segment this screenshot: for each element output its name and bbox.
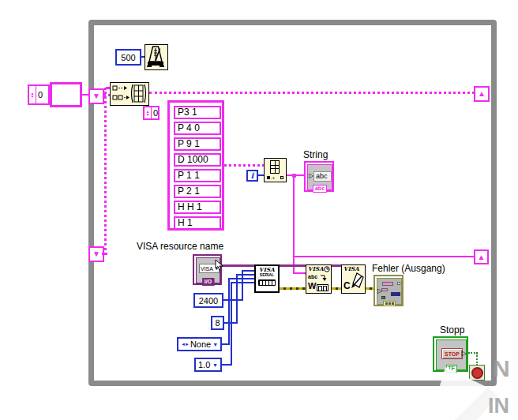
tunnel-down-icon: ▼ — [92, 250, 100, 258]
visa-serial-subtitle: SERIAL — [260, 272, 274, 277]
visa-close-node[interactable]: VISA C — [341, 264, 366, 294]
visa-resource-label: VISA resource name — [137, 241, 223, 252]
wire-parity-in — [228, 278, 254, 279]
index-spinner-icon[interactable]: ▲▼ — [145, 107, 152, 118]
wire-baud-in — [242, 270, 254, 272]
wire-stopbits-in — [231, 282, 254, 283]
wire-visa-3 — [332, 264, 341, 267]
index-spinner-icon[interactable]: ▲▼ — [29, 86, 36, 103]
visa-resource-value: VISA — [201, 266, 213, 272]
array-element[interactable]: P 1 1 — [174, 169, 221, 182]
string-indicator-label: String — [303, 149, 328, 160]
wire-visa-2 — [280, 264, 306, 267]
wire-string-to-write — [295, 272, 306, 274]
iteration-terminal[interactable]: i — [246, 170, 258, 182]
stop-bits-ring-constant[interactable]: 1.0 ▼ — [194, 358, 222, 372]
wire-sr-bottom-stub — [102, 253, 107, 255]
visa-type-tab: I/O — [202, 278, 214, 286]
ring-arrows-icon[interactable]: ◄► — [181, 342, 189, 347]
wait-ms-constant[interactable]: 500 — [115, 49, 141, 66]
error-source-icon — [382, 282, 393, 286]
parity-value: None — [190, 339, 211, 349]
shift-register-right-bottom[interactable]: ▲ — [474, 249, 489, 264]
array-element[interactable]: H H 1 — [174, 201, 221, 214]
tunnel-up-icon: ▲ — [478, 253, 486, 261]
array-element[interactable]: P 9 1 — [174, 137, 221, 151]
watermark-letter-top: N — [493, 355, 510, 381]
wire-string-to-sr — [295, 256, 474, 257]
baud-rate-constant[interactable]: 2400 — [193, 293, 223, 308]
error-cluster-indicator[interactable]: ▷ — [373, 275, 404, 306]
write-arrow-icon — [320, 274, 328, 281]
array-element[interactable]: P3 1 — [174, 106, 221, 119]
stock-watermark: N IN — [415, 337, 518, 420]
index-array-node[interactable]: .+ — [264, 158, 287, 182]
stop-control-label: Stopp — [440, 324, 464, 336]
parity-ring-constant[interactable]: ◄► None ▼ — [177, 337, 222, 351]
dropdown-icon[interactable]: ▼ — [212, 362, 218, 368]
wire-error-2 — [332, 287, 341, 290]
visa-serial-title: VISA — [259, 267, 275, 272]
wire-stopbits-v — [231, 282, 232, 366]
error-indicator-label: Fehler (Ausgang) — [372, 263, 445, 274]
watermark-letter-bottom: IN — [488, 394, 509, 418]
build-array-node[interactable] — [110, 82, 149, 106]
stop-bits-value: 1.0 — [198, 360, 210, 369]
clock-icon — [324, 266, 330, 272]
wire-string-vertical — [293, 176, 295, 274]
block-diagram: ▲▼ 0 ▼ ▼ ▲ ▲ 500 — [0, 0, 518, 420]
shift-register-left-top[interactable]: ▼ — [88, 88, 104, 104]
wire-visa-1 — [222, 264, 254, 267]
mouse-cursor-icon — [215, 259, 223, 271]
wait-until-next-ms-node[interactable] — [145, 44, 168, 70]
array-element[interactable]: P 4 0 — [174, 122, 221, 135]
outer-array-index-value[interactable]: 0 — [36, 86, 48, 103]
visa-write-letter: W — [308, 282, 316, 291]
visa-write-node[interactable]: VISA abc W — [306, 264, 332, 294]
error-status-icon — [397, 282, 400, 285]
index-hollow-square-icon — [280, 176, 283, 179]
inner-array-index-control[interactable]: ▲▼ 0 — [143, 106, 160, 120]
wire-baud-h — [223, 299, 243, 301]
command-string-array[interactable]: P3 1P 4 0P 9 1D 1000P 1 1P 2 1H H 1H 1 — [167, 100, 224, 231]
visa-write-title: VISA — [308, 266, 324, 272]
wire-databits-in — [236, 274, 254, 276]
wire-build-array-output — [149, 92, 475, 94]
dip-switch-icon — [258, 279, 276, 286]
visa-configure-serial-node[interactable]: VISA SERIAL — [254, 264, 280, 293]
tunnel-down-icon: ▼ — [92, 92, 100, 100]
wire-error-1 — [280, 287, 306, 290]
outer-array-index-control[interactable]: ▲▼ 0 — [28, 84, 50, 105]
wire-parity-v — [228, 278, 230, 345]
close-hand-icon — [350, 272, 365, 292]
wire-sr-vertical — [104, 88, 107, 255]
string-array-items: P3 1P 4 0P 9 1D 1000P 1 1P 2 1H H 1H 1 — [174, 106, 218, 230]
array-element[interactable]: H 1 — [174, 216, 221, 230]
data-bits-constant[interactable]: 8 — [211, 316, 224, 330]
string-indicator[interactable]: ▷ abc abc — [304, 161, 334, 192]
wire-array-to-index — [224, 164, 265, 167]
error-source2-icon — [381, 288, 388, 291]
error-bool-icon — [381, 296, 385, 299]
index-plus-icon: .+ — [271, 175, 275, 180]
string-type-tab: abc — [313, 185, 327, 193]
visa-write-abc: abc — [308, 274, 317, 279]
tunnel-up-icon: ▲ — [478, 90, 486, 98]
error-code-icon — [391, 292, 400, 296]
array-element[interactable]: P 2 1 — [174, 185, 221, 198]
build-array-icon — [111, 83, 148, 104]
array-grid-icon — [270, 160, 280, 174]
inner-array-index-value[interactable]: 0 — [152, 107, 158, 118]
shift-register-right-top[interactable]: ▲ — [474, 86, 490, 102]
outer-array-empty-element[interactable] — [50, 82, 82, 107]
array-element[interactable]: D 1000 — [174, 153, 221, 167]
cluster-type-icon — [383, 301, 396, 306]
dropdown-icon[interactable]: ▼ — [212, 342, 218, 347]
metronome-icon — [145, 45, 167, 69]
visa-close-title: VISA — [343, 266, 359, 272]
display-icon — [317, 284, 328, 291]
wire-iteration — [258, 174, 264, 176]
string-value-field[interactable]: abc — [313, 171, 332, 182]
index-filled-square-icon — [267, 176, 270, 179]
